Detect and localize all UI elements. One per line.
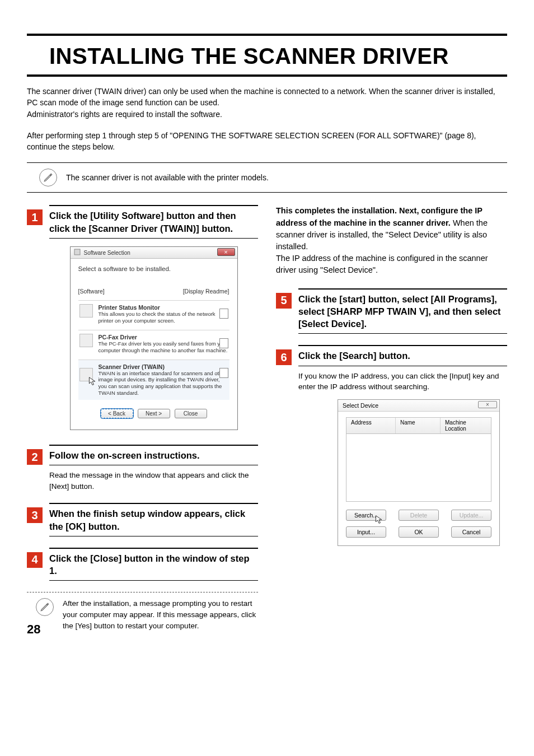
software-item-printer-status[interactable]: Printer Status Monitor This allows you t…	[78, 300, 229, 328]
window-titlebar: Software Selection ×	[71, 247, 237, 259]
step-rule	[298, 333, 507, 334]
software-item-twain[interactable]: Scanner Driver (TWAIN) TWAIN is an inter…	[78, 360, 229, 400]
software-item-title: Printer Status Monitor	[99, 304, 228, 311]
fax-icon	[79, 334, 93, 347]
window-icon	[74, 249, 81, 256]
step-6-number: 6	[276, 349, 292, 365]
software-item-desc: TWAIN is an interface standard for scann…	[99, 370, 228, 397]
software-item-pcfax[interactable]: PC-Fax Driver The PC-Fax driver lets you…	[78, 330, 229, 357]
page-title: INSTALLING THE SCANNER DRIVER	[49, 44, 507, 69]
dashed-divider	[27, 592, 258, 592]
next-button[interactable]: Next >	[138, 409, 170, 418]
step-rule	[49, 536, 258, 536]
step-1-number: 1	[27, 209, 43, 225]
pencil-note-icon	[39, 169, 57, 186]
close-button[interactable]: Close	[175, 409, 207, 418]
col-address[interactable]: Address	[346, 418, 396, 433]
col-location[interactable]: Machine Location	[441, 418, 491, 433]
page-number: 28	[27, 622, 40, 637]
back-button[interactable]: < Back	[101, 409, 133, 418]
step-3-heading: When the finish setup window appears, cl…	[49, 507, 258, 533]
window-title: Select Device	[343, 402, 378, 409]
software-column-label: [Software]	[78, 288, 105, 295]
device-table-body[interactable]	[346, 434, 491, 501]
col-name[interactable]: Name	[396, 418, 441, 433]
intro-p1: The scanner driver (TWAIN driver) can on…	[27, 86, 507, 109]
software-item-title: Scanner Driver (TWAIN)	[99, 363, 228, 370]
update-button[interactable]: Update...	[451, 510, 491, 521]
step-rule	[49, 205, 258, 206]
window-title: Software Selection	[84, 250, 130, 256]
step-rule	[49, 465, 258, 465]
software-item-desc: This allows you to check the status of t…	[99, 311, 228, 324]
readme-icon[interactable]	[219, 309, 228, 319]
close-icon[interactable]: ×	[478, 401, 497, 408]
device-table: Address Name Machine Location	[346, 417, 491, 502]
completion-block: This completes the installation. Next, c…	[276, 205, 507, 276]
step-3-number: 3	[27, 507, 43, 523]
step-rule	[49, 238, 258, 239]
step-rule	[49, 445, 258, 446]
input-button[interactable]: Input...	[346, 526, 386, 538]
pencil-note-icon	[36, 598, 54, 616]
restart-tip-text: After the installation, a message prompt…	[63, 598, 258, 631]
step-5-number: 5	[276, 293, 292, 309]
cursor-icon	[375, 515, 383, 524]
step-4-heading: Click the [Close] button in the window o…	[49, 552, 258, 577]
step-1-heading: Click the [Utility Software] button and …	[49, 209, 258, 235]
window-titlebar: Select Device ×	[338, 400, 499, 412]
readme-column-label: [Display Readme]	[183, 288, 229, 295]
step-rule	[298, 345, 507, 346]
top-note-text: The scanner driver is not available with…	[66, 173, 269, 182]
cursor-icon	[88, 377, 96, 386]
cancel-button[interactable]: Cancel	[451, 526, 491, 538]
step-6-heading: Click the [Search] button.	[298, 349, 507, 362]
monitor-icon	[79, 304, 93, 318]
step-1: 1 Click the [Utility Software] button an…	[27, 205, 258, 433]
step-2: 2 Follow the on-screen instructions. Rea…	[27, 445, 258, 492]
select-device-window: Select Device × Address Name Machine Loc…	[338, 399, 500, 546]
readme-icon[interactable]	[219, 368, 228, 378]
completion-p2: The IP address of the machine is configu…	[276, 254, 488, 274]
step-4: 4 Click the [Close] button in the window…	[27, 548, 258, 581]
software-select-heading: Select a software to be installed.	[78, 265, 229, 272]
top-note-box: The scanner driver is not available with…	[27, 162, 507, 193]
step-rule	[298, 366, 507, 366]
step-5-heading: Click the [start] button, select [All Pr…	[298, 293, 507, 330]
completion-bold: This completes the installation. Next, c…	[276, 206, 483, 227]
step-5: 5 Click the [start] button, select [All …	[276, 288, 507, 334]
step-rule	[298, 288, 507, 290]
ok-button[interactable]: OK	[399, 526, 439, 538]
step-6: 6 Click the [Search] button. If you know…	[276, 345, 507, 545]
step-rule	[49, 580, 258, 581]
software-selection-window: Software Selection × Select a software t…	[70, 246, 238, 430]
step-3: 3 When the finish setup window appears, …	[27, 503, 258, 536]
header-rule-top	[27, 34, 507, 36]
step-rule	[49, 503, 258, 504]
restart-tip: After the installation, a message prompt…	[36, 598, 258, 631]
step-6-sub: If you know the IP address, you can clic…	[298, 371, 507, 393]
intro-p3: After performing step 1 through step 5 o…	[27, 130, 507, 153]
intro-block: The scanner driver (TWAIN driver) can on…	[27, 86, 507, 152]
svg-rect-0	[74, 249, 80, 255]
step-rule	[49, 548, 258, 549]
step-2-sub: Read the message in the window that appe…	[49, 470, 258, 492]
step-2-number: 2	[27, 449, 43, 465]
software-item-desc: The PC-Fax driver lets you easily send f…	[99, 340, 228, 354]
step-2-heading: Follow the on-screen instructions.	[49, 449, 258, 461]
delete-button[interactable]: Delete	[399, 510, 439, 521]
step-4-number: 4	[27, 552, 43, 568]
header-rule-bottom	[27, 74, 507, 77]
readme-icon[interactable]	[219, 338, 228, 348]
close-icon[interactable]: ×	[217, 248, 235, 256]
software-item-title: PC-Fax Driver	[99, 334, 228, 340]
intro-p2: Administrator's rights are required to i…	[27, 109, 507, 120]
